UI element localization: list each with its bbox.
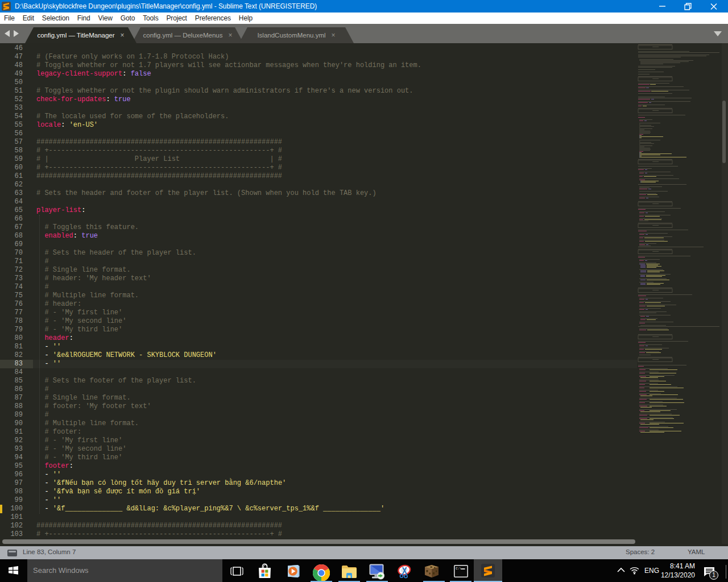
svg-text:C:\: C:\	[456, 567, 461, 571]
